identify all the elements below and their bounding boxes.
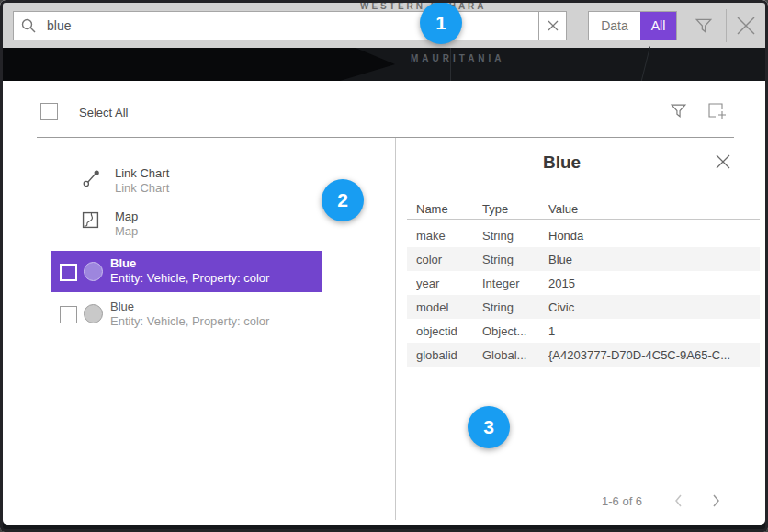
- result-checkbox[interactable]: [60, 264, 77, 281]
- map-region-label-mauritania: MAURITANIA: [411, 53, 505, 63]
- cell-value: {A4203777-D70D-4C5C-9A65-C...: [548, 348, 756, 362]
- table-row: color String Blue: [407, 247, 760, 271]
- table-row: make String Honda: [407, 223, 760, 247]
- result-row-blue-selected[interactable]: Blue Entity: Vehicle, Property: color: [51, 251, 322, 292]
- close-search-icon[interactable]: [734, 14, 758, 38]
- cell-value: 1: [548, 324, 756, 338]
- select-all-checkbox[interactable]: [40, 103, 58, 120]
- cell-type: String: [482, 253, 545, 266]
- cell-value: Honda: [548, 229, 756, 243]
- result-checkbox[interactable]: [60, 306, 77, 323]
- cell-type: String: [482, 229, 545, 243]
- cell-type: Global...: [482, 348, 545, 362]
- cell-value: Civic: [548, 300, 756, 314]
- annotation-badge-3: 3: [468, 406, 510, 448]
- result-title-blue-2: Blue: [110, 300, 134, 313]
- add-to-selection-icon[interactable]: [706, 101, 728, 120]
- result-row-blue[interactable]: Blue Entity: Vehicle, Property: color: [51, 299, 322, 340]
- column-header-type: Type: [482, 202, 508, 216]
- toggle-option-all[interactable]: All: [640, 12, 676, 40]
- clear-search-button[interactable]: [538, 11, 567, 40]
- column-header-name: Name: [416, 202, 448, 216]
- pagination-label: 1-6 of 6: [602, 494, 642, 508]
- table-row: globalid Global... {A4203777-D70D-4C5C-9…: [407, 343, 760, 367]
- map-country-shape: [0, 48, 395, 81]
- detail-title: Blue: [395, 153, 765, 173]
- entity-circle-icon: [84, 304, 103, 323]
- table-header-divider: [407, 219, 760, 220]
- cell-name: model: [416, 300, 479, 314]
- result-subtitle-map: Map: [115, 224, 138, 238]
- result-subtitle-link-chart: Link Chart: [115, 181, 169, 195]
- map-border-line: [640, 47, 650, 85]
- toggle-option-data[interactable]: Data: [589, 12, 640, 40]
- toolbar-divider: [726, 9, 727, 42]
- chevron-right-icon[interactable]: [708, 493, 723, 508]
- cell-name: color: [416, 253, 479, 266]
- column-header-value: Value: [548, 202, 578, 216]
- cell-name: make: [416, 229, 479, 243]
- cell-name: year: [416, 277, 479, 290]
- cell-type: String: [482, 300, 545, 314]
- table-row: model String Civic: [407, 295, 760, 319]
- chevron-left-icon[interactable]: [672, 493, 686, 508]
- search-results-panel: Select All Link Chart Link Chart Map Map…: [3, 81, 765, 525]
- select-all-label: Select All: [79, 106, 128, 119]
- table-row: year Integer 2015: [407, 271, 760, 295]
- search-icon: [20, 17, 37, 34]
- cell-name: objectid: [416, 324, 479, 338]
- result-title-map[interactable]: Map: [115, 209, 138, 223]
- detail-pane: Blue Name Type Value make String Honda c…: [395, 137, 765, 525]
- cell-type: Object...: [482, 324, 545, 338]
- annotation-badge-2: 2: [322, 179, 364, 221]
- map-icon: [82, 211, 102, 232]
- cell-name: globalid: [416, 348, 479, 362]
- result-title-link-chart[interactable]: Link Chart: [115, 166, 169, 180]
- app-window: WESTERN SAHARA MAURITANIA Data All Selec…: [0, 0, 768, 532]
- table-row: objectid Object... 1: [407, 319, 760, 343]
- search-scope-toggle: Data All: [588, 11, 677, 40]
- cell-value: 2015: [548, 277, 756, 290]
- cell-type: Integer: [482, 277, 545, 290]
- annotation-badge-1: 1: [420, 2, 462, 44]
- results-filter-icon[interactable]: [669, 101, 688, 120]
- result-subtitle-blue-2: Entity: Vehicle, Property: color: [110, 314, 269, 328]
- filter-icon[interactable]: [694, 16, 714, 36]
- close-detail-icon[interactable]: [715, 153, 731, 170]
- entity-circle-icon: [84, 262, 103, 281]
- result-subtitle-blue: Entity: Vehicle, Property: color: [110, 271, 269, 285]
- link-chart-icon: [82, 168, 102, 188]
- cell-value: Blue: [548, 253, 756, 266]
- result-title-blue: Blue: [110, 256, 136, 270]
